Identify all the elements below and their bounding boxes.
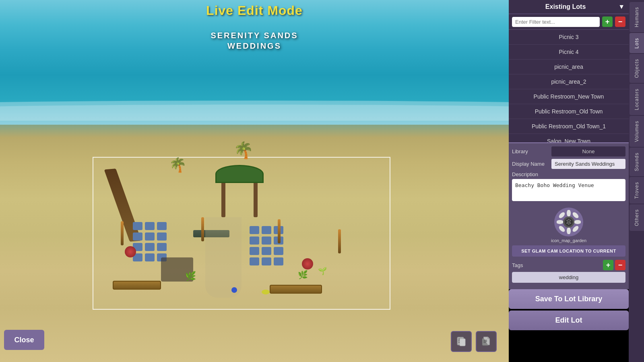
bottom-icons <box>451 331 497 352</box>
tab-lots[interactable]: Lots <box>630 33 644 53</box>
ground-item1 <box>262 290 270 294</box>
tags-buttons: + − <box>603 260 625 270</box>
lot-name-overlay: SERENITY SANDS WEDDINGS <box>211 30 298 51</box>
display-name-label: Display Name <box>512 161 548 167</box>
bench-left <box>113 281 161 290</box>
tab-objects[interactable]: Objects <box>630 54 644 83</box>
arch-foliage <box>215 165 264 183</box>
svg-point-12 <box>574 220 581 224</box>
tags-header: Tags + − <box>512 260 625 270</box>
right-wrapper: Existing Lots ▼ + − Picnic 3 Picnic 4 pi… <box>509 0 644 362</box>
ground-item2 <box>231 287 237 293</box>
svg-point-9 <box>567 210 571 217</box>
water-area <box>0 0 509 125</box>
lot-name-line1: SERENITY SANDS <box>211 30 298 41</box>
description-label: Description <box>512 171 625 177</box>
svg-point-16 <box>558 225 566 233</box>
aisle <box>205 217 242 298</box>
lot-item-picnic3[interactable]: Picnic 3 <box>509 30 629 45</box>
lot-item-salon-new[interactable]: Salon_New Town <box>509 134 629 142</box>
lot-item-picnic-area[interactable]: picnic_area <box>509 60 629 74</box>
svg-rect-8 <box>483 342 486 343</box>
tags-label: Tags <box>512 262 523 268</box>
svg-point-11 <box>557 220 564 224</box>
lot-item-restroom-old1[interactable]: Public Restroom_Old Town_1 <box>509 119 629 134</box>
panel-content: Existing Lots ▼ + − Picnic 3 Picnic 4 pi… <box>509 0 629 362</box>
svg-point-13 <box>558 211 566 219</box>
torch3 <box>278 219 281 243</box>
palm-arch: 🌴 <box>233 141 254 160</box>
glam-cam-button[interactable]: SET GLAM CAM LOCATION TO CURRENT <box>512 245 625 257</box>
tab-volumes[interactable]: Volumes <box>630 116 644 147</box>
icon-display: icon_map_garden <box>512 208 625 243</box>
lot-item-picnic-area-2[interactable]: picnic_area_2 <box>509 74 629 89</box>
arch-post-right <box>254 177 258 217</box>
lot-item-restroom-new[interactable]: Public Restroom_New Town <box>509 89 629 104</box>
svg-rect-4 <box>460 339 465 346</box>
torch2 <box>201 217 204 241</box>
save-to-lot-library-button[interactable]: Save To Lot Library <box>509 289 629 309</box>
torch1 <box>121 221 124 245</box>
svg-point-19 <box>566 220 568 221</box>
details-section: Library Display Name Description <box>509 142 629 289</box>
svg-point-26 <box>570 222 571 224</box>
display-name-row: Display Name <box>512 159 625 169</box>
chairs-left <box>133 222 167 261</box>
icon-name-label: icon_map_garden <box>551 238 586 243</box>
svg-point-20 <box>568 219 570 220</box>
close-button[interactable]: Close <box>4 330 44 350</box>
plant1: 🌿 <box>185 271 196 282</box>
svg-point-10 <box>567 227 571 234</box>
tab-troves[interactable]: Troves <box>630 177 644 204</box>
page-icon-2[interactable] <box>476 331 497 352</box>
tab-sounds[interactable]: Sounds <box>630 148 644 176</box>
panel-header-title: Existing Lots <box>513 3 618 10</box>
svg-point-21 <box>570 220 571 221</box>
tab-others[interactable]: Others <box>630 204 644 231</box>
tags-section: Tags + − wedding <box>512 260 625 283</box>
svg-rect-6 <box>483 340 487 341</box>
description-section: Description <box>512 171 625 205</box>
torch4 <box>338 229 341 253</box>
lot-name-line2: WEDDINGS <box>211 41 298 51</box>
panel-header: Existing Lots ▼ <box>509 0 629 14</box>
plant3: 🌱 <box>318 267 327 276</box>
display-name-input[interactable] <box>551 159 625 169</box>
bench-right <box>270 285 322 294</box>
svg-point-14 <box>572 225 580 233</box>
live-edit-title: Live Edit Mode <box>206 3 303 18</box>
lots-list[interactable]: Picnic 3 Picnic 4 picnic_area picnic_are… <box>509 30 629 142</box>
palm-left: 🌴 <box>169 157 187 173</box>
flowers-left <box>125 246 136 257</box>
add-tag-button[interactable]: + <box>603 260 613 270</box>
remove-filter-button[interactable]: − <box>615 16 625 27</box>
plant2: 🌿 <box>298 270 308 280</box>
arch-post-left <box>221 177 225 217</box>
add-filter-button[interactable]: + <box>602 16 613 27</box>
filter-bar: + − <box>509 14 629 30</box>
filter-input[interactable] <box>512 17 600 27</box>
library-label: Library <box>512 148 548 154</box>
page-icon-1[interactable] <box>451 331 472 352</box>
edit-lot-button[interactable]: Edit Lot <box>509 311 629 330</box>
svg-point-24 <box>568 223 570 225</box>
svg-rect-7 <box>483 341 487 342</box>
lot-icon-circle[interactable] <box>554 208 583 237</box>
tag-item-wedding[interactable]: wedding <box>512 272 625 283</box>
tab-strip: Humans Lots Objects Locators Volumes Sou… <box>629 0 644 362</box>
flowers-right <box>302 258 313 269</box>
sunflower-svg <box>557 210 581 234</box>
wave2 <box>0 105 509 121</box>
library-value[interactable] <box>551 146 625 156</box>
svg-point-15 <box>572 211 580 219</box>
main-viewport: Live Edit Mode SERENITY SANDS WEDDINGS 🌴… <box>0 0 509 362</box>
svg-point-25 <box>566 222 568 224</box>
library-row: Library <box>512 146 625 156</box>
dropdown-arrow-icon[interactable]: ▼ <box>618 3 625 10</box>
lot-item-picnic4[interactable]: Picnic 4 <box>509 45 629 60</box>
remove-tag-button[interactable]: − <box>615 260 625 270</box>
lot-item-restroom-old[interactable]: Public Restroom_Old Town <box>509 104 629 119</box>
tab-humans[interactable]: Humans <box>630 2 644 32</box>
tab-locators[interactable]: Locators <box>630 84 644 115</box>
description-textarea[interactable] <box>512 179 625 201</box>
